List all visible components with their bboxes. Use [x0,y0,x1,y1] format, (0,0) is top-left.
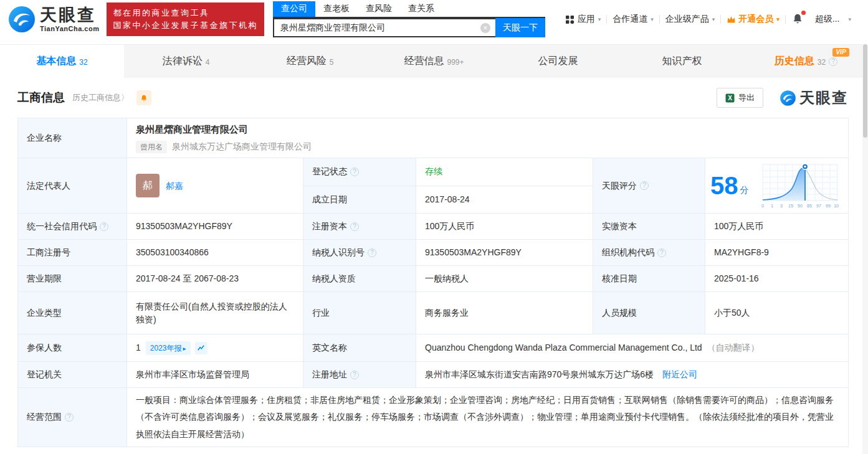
scrollbar[interactable] [862,44,868,454]
svg-text:0: 0 [761,204,764,208]
section-title: 工商信息 [17,90,65,106]
history-business-info-link[interactable]: 历史工商信息〉 [72,92,129,103]
notifications-bell[interactable] [786,13,809,26]
search-tab-risk[interactable]: 查风险 [358,1,400,17]
status-badge: 存续 [425,166,442,176]
staff-size-label: 人员规模 [593,292,705,334]
banner-line2: 国家中小企业发展子基金旗下机构 [113,19,258,32]
page-tabs: 基本信息 32 法律诉讼 4 经营风险 5 经营信息 999+ 公司发展 知识产… [0,44,868,78]
bell-icon [792,13,803,24]
header: 天眼查 TianYanCha.com 都在用的商业查询工具 国家中小企业发展子基… [0,0,868,39]
legal-rep-link[interactable]: 郝嘉 [166,179,183,192]
search-tab-boss[interactable]: 查老板 [315,1,358,17]
nav-super-vip[interactable]: 超级... ▾ [809,14,857,25]
uscc-cell: 91350503MA2YHGF89Y [127,214,303,240]
excel-icon: X [725,93,735,103]
table-row: 统一社会信用代码? 91350503MA2YHGF89Y 注册资本? 100万人… [18,214,849,240]
search-button[interactable]: 天眼一下 [495,18,545,37]
chevron-down-icon: ▾ [598,16,601,22]
avatar[interactable]: 郝 [136,174,160,197]
trend-chart-icon[interactable] [195,342,207,354]
tianyancha-logo[interactable]: 天眼查 TianYanCha.com [7,5,99,34]
legal-rep-label: 法定代表人 [18,158,127,214]
brand-slogan-banner: 都在用的商业查询工具 国家中小企业发展子基金旗下机构 [107,2,264,36]
help-icon[interactable]: ? [350,168,359,176]
svg-text:X: X [728,95,732,102]
tab-company-development[interactable]: 公司发展 [496,45,620,78]
former-name-badge: 曾用名 [136,141,167,153]
uscc-label: 统一社会信用代码? [18,214,127,240]
chevron-down-icon: ▾ [776,16,780,22]
org-code-label: 组织机构代码? [593,240,705,266]
logo-domain: TianYanCha.com [40,25,99,32]
company-type-cell: 有限责任公司(自然人投资或控股的法人独资) [127,292,303,334]
watermark-text: 天眼查 [799,88,848,108]
help-icon[interactable]: ? [350,371,359,379]
score-distribution-chart: 0 1 3 15 50 85 97 99 100 [759,162,839,209]
help-icon[interactable]: ? [350,222,359,231]
table-row: 营业期限 2017-08-24 至 2067-08-23 纳税人资质 一般纳税人… [18,266,849,292]
tab-operating-info[interactable]: 经营信息 999+ [372,45,496,78]
est-date-label: 成立日期 [303,186,416,214]
monitor-bell-button[interactable] [136,90,151,105]
help-icon[interactable]: ? [657,248,666,257]
nav-partner[interactable]: 合作通道 ▾ [607,14,659,25]
approval-date-label: 核准日期 [593,266,705,292]
taxpayer-id-cell: 91350503MA2YHGF89Y [416,240,593,266]
score-cell: 58 分 [705,158,849,214]
est-date-cell: 2017-08-24 [416,186,593,214]
search-tab-company[interactable]: 查公司 [273,1,315,17]
help-icon[interactable]: ? [368,248,376,257]
tab-operating-risk[interactable]: 经营风险 5 [248,45,372,78]
help-icon[interactable]: ? [100,222,108,231]
search-tabs: 查公司 查老板 查风险 查关系 [273,1,545,18]
taxpayer-quality-label: 纳税人资质 [303,266,416,292]
notification-dot [801,11,806,15]
taxpayer-quality-cell: 一般纳税人 [416,266,593,292]
section-header: 工商信息 历史工商信息〉 X 导出 天眼查 [0,78,868,118]
business-scope-text: 一般项目：商业综合体管理服务；住房租赁；非居住房地产租赁；企业形象策划；企业管理… [136,392,839,443]
reg-status-cell: 存续 [416,158,593,186]
search-input[interactable] [273,18,495,37]
tab-intellectual-property[interactable]: 知识产权 [620,45,744,78]
scrollbar-thumb[interactable] [863,44,867,138]
table-row: 工商注册号 350503100340866 纳税人识别号? 91350503MA… [18,240,849,266]
nav-vip-upgrade[interactable]: 开通会员 ▾ [721,14,785,25]
industry-label: 行业 [303,292,416,334]
reg-number-cell: 350503100340866 [127,240,303,266]
tab-history-info[interactable]: VIP 历史信息 32 ? [744,45,868,78]
chevron-down-icon: ▾ [848,16,851,22]
address-cell: 泉州市丰泽区城东街道安吉南路970号泉州城东万达广场6楼 附近公司 [416,362,849,388]
nav-enterprise[interactable]: 企业级产品 ▾ [660,14,721,25]
banner-line1: 都在用的商业查询工具 [113,7,258,19]
help-icon[interactable]: ? [640,181,649,190]
company-name: 泉州星熠商业管理有限公司 [136,123,839,137]
table-row: 参保人数 1 2023年报 英文名称 Quanzhou Chengdong Wa… [18,334,849,362]
watermark-logo: 天眼查 [780,88,848,108]
biz-term-label: 营业期限 [18,266,127,292]
svg-text:50: 50 [798,204,803,208]
logo-swirl-icon [7,5,36,34]
table-row: 经营范围? 一般项目：商业综合体管理服务；住房租赁；非居住房地产租赁；企业形象策… [18,388,849,447]
search-tab-relation[interactable]: 查关系 [400,1,442,17]
tab-legal-proceedings[interactable]: 法律诉讼 4 [124,45,248,78]
help-icon[interactable]: ? [65,413,74,422]
reg-capital-cell: 100万人民币 [416,214,593,240]
annual-report-link[interactable]: 2023年报 [146,341,191,355]
tab-basic-info[interactable]: 基本信息 32 [0,45,124,78]
insured-count: 1 [136,341,141,354]
crown-icon [727,16,736,24]
nav-apps[interactable]: 应用 ▾ [560,14,607,25]
company-name-cell: 泉州星熠商业管理有限公司 曾用名 泉州城东万达广场商业管理有限公司 [127,118,849,158]
export-button[interactable]: X 导出 [717,88,763,108]
svg-text:100: 100 [834,204,839,208]
org-code-cell: MA2YHGF8-9 [705,240,849,266]
clear-input-icon[interactable]: × [480,23,490,33]
logo-title: 天眼查 [40,7,99,24]
nearby-companies-link[interactable]: 附近公司 [662,369,697,379]
business-scope-label: 经营范围? [18,388,127,447]
table-row: 法定代表人 郝 郝嘉 登记状态? 存续 天眼评分? 58 分 [18,158,849,186]
help-icon[interactable]: ? [829,57,837,66]
top-nav: 应用 ▾ 合作通道 ▾ 企业级产品 ▾ 开通会员 ▾ [560,13,857,26]
staff-size-cell: 小于50人 [705,292,849,334]
